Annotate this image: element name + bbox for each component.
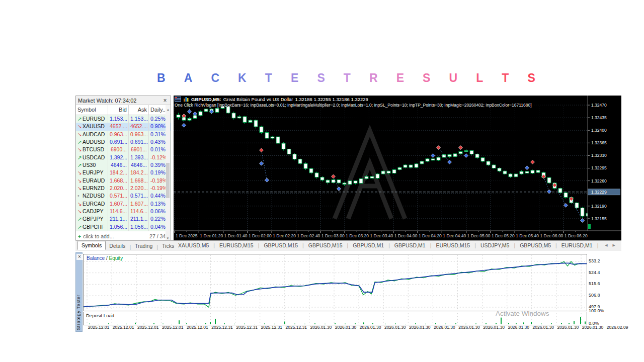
market-watch-row-eurnzd[interactable]: ↘EURNZD2.020...2.020...-0.19% bbox=[76, 185, 171, 192]
svg-text:1 Dec 06:00: 1 Dec 06:00 bbox=[540, 233, 564, 238]
tester-value-label: 533.2 bbox=[589, 258, 600, 263]
add-symbol-label[interactable]: click to add... bbox=[83, 233, 114, 239]
candlestick-chart[interactable]: 1.324701.324351.324001.323651.323301.322… bbox=[174, 96, 621, 240]
tester-date-label: 2026.01.30 bbox=[360, 325, 381, 330]
chart-tab-gbpusd-m15[interactable]: GBPUSD,M15 bbox=[304, 242, 347, 248]
scrollbar-thumb[interactable] bbox=[166, 163, 170, 198]
trend-icon: ↗ bbox=[77, 161, 83, 169]
scroll-up-icon[interactable]: ▲ bbox=[166, 105, 171, 115]
market-watch-row-nzdusd[interactable]: •NZDUSD0.571...0.571...0.44% bbox=[76, 192, 171, 200]
svg-text:1.32435: 1.32435 bbox=[591, 115, 607, 120]
trend-icon: ↗ bbox=[77, 154, 83, 161]
svg-text:1.32155: 1.32155 bbox=[591, 216, 607, 221]
tester-value-label: 524.4 bbox=[589, 270, 600, 275]
close-icon[interactable]: × bbox=[162, 97, 169, 104]
strategy-tester-sidebar[interactable]: × Strategy Tester bbox=[75, 252, 83, 332]
market-watch-scrollbar[interactable]: ▼ bbox=[166, 115, 170, 240]
title-letter: S bbox=[423, 70, 430, 85]
svg-text:1 Dec 04:40: 1 Dec 04:40 bbox=[443, 233, 466, 238]
market-watch-row-eurusd[interactable]: ↗EURUSD1.153...1.153...0.25% bbox=[76, 115, 171, 123]
market-watch-row-audcad[interactable]: ↘AUDCAD0.963...0.963...0.31% bbox=[76, 131, 171, 138]
market-watch-row-eurcad[interactable]: ↘EURCAD1.607...1.607...0.13% bbox=[76, 200, 171, 208]
grid-icon[interactable] bbox=[175, 97, 181, 102]
tester-date-label: 2025.12.01 bbox=[187, 325, 208, 330]
title-letter: R bbox=[369, 70, 378, 85]
svg-text:1 Dec 02:40: 1 Dec 02:40 bbox=[297, 233, 320, 238]
market-watch-row-cadjpy[interactable]: ↘CADJPY114.6...114.6...0.06% bbox=[76, 208, 171, 215]
page-title: BACKTESTRESULTS bbox=[157, 70, 535, 85]
tab-symbols[interactable]: Symbols bbox=[77, 241, 106, 250]
trend-icon: ↘ bbox=[77, 208, 83, 215]
svg-text:1 Dec 04:20: 1 Dec 04:20 bbox=[419, 233, 442, 238]
tester-date-label: 2025.12.31 bbox=[261, 325, 282, 330]
tester-value-label: 515.6 bbox=[589, 281, 600, 286]
svg-text:1.32400: 1.32400 bbox=[591, 128, 607, 133]
trend-icon: ↘ bbox=[77, 123, 83, 130]
market-watch-row-eurjpy[interactable]: ↘EURJPY184.2...184.2...0.19% bbox=[76, 169, 171, 176]
scroll-down-icon[interactable]: ▼ bbox=[166, 237, 170, 240]
market-watch-row-gbpjpy[interactable]: ↗GBPJPY211.1...211.1...0.22% bbox=[76, 215, 171, 223]
tab-trading[interactable]: Trading bbox=[131, 242, 156, 250]
market-watch-row-usdcad[interactable]: ↗USDCAD1.392...1.393...-0.12% bbox=[76, 154, 171, 161]
chart-tab-gbpusd-m1[interactable]: GBPUSD,M1 bbox=[349, 242, 388, 248]
title-letter: S bbox=[317, 70, 325, 85]
svg-text:1.32190: 1.32190 bbox=[591, 204, 607, 209]
trend-icon: • bbox=[77, 192, 83, 200]
chart-tab-xauusd-m5[interactable]: XAUUSD,M5 bbox=[174, 242, 213, 248]
column-header-ask[interactable]: Ask bbox=[129, 105, 149, 115]
tester-date-label: 2026.01.30 bbox=[335, 325, 357, 330]
close-icon[interactable]: × bbox=[76, 254, 83, 260]
trend-icon: ↘ bbox=[77, 131, 83, 138]
tester-date-label: 2026.01.30 bbox=[533, 325, 554, 330]
trend-icon: ↘ bbox=[77, 169, 83, 176]
chart-tab-gbpusd-m5[interactable]: GBPUSD,M5 bbox=[516, 242, 555, 248]
title-letter: S bbox=[527, 70, 535, 85]
title-letter: E bbox=[396, 70, 404, 85]
chart-icon[interactable] bbox=[183, 97, 189, 102]
tab-details[interactable]: Details bbox=[106, 242, 129, 250]
chart-tab-gbpusd-m1[interactable]: GBPUSD,M1 bbox=[390, 242, 430, 248]
strategy-tester-panel: × Strategy Tester Balance / Equity Depos… bbox=[75, 252, 621, 333]
chart-tab-usdjpy-m5[interactable]: USDJPY,M5 bbox=[476, 242, 514, 248]
chart-titlebar: GBPUSD,M5: Great Britain Pound vs US Dol… bbox=[174, 96, 621, 108]
chart-tab-eurusd-m15[interactable]: EURUSD,M15 bbox=[432, 242, 474, 248]
balance-equity-chart[interactable] bbox=[83, 254, 587, 311]
title-letter: B bbox=[157, 70, 166, 85]
trend-icon: ↘ bbox=[77, 177, 83, 185]
chart-tab-eurusd-m15[interactable]: EURUSD,M15 bbox=[215, 242, 258, 248]
column-header-bid[interactable]: Bid bbox=[108, 105, 129, 115]
chart-tab-eurusd-m1[interactable]: EURUSD,M1 bbox=[557, 242, 597, 248]
mt5-desktop: BACKTESTRESULTS Market Watch: 07:34:02 ×… bbox=[0, 0, 644, 362]
market-watch-row-xauusd[interactable]: ↘XAUUSD4652....4652....0.90% bbox=[76, 123, 171, 130]
market-watch-footer: + click to add... 27 / 349 bbox=[76, 231, 171, 241]
market-watch-row-euraud[interactable]: ↘EURAUD1.668...1.668...-0.18% bbox=[76, 177, 171, 185]
add-symbol-icon[interactable]: + bbox=[78, 233, 81, 239]
column-header-symbol[interactable]: Symbol bbox=[76, 105, 108, 115]
strategy-tester-label: Strategy Tester bbox=[75, 262, 83, 330]
svg-text:1 Dec 03:00: 1 Dec 03:00 bbox=[321, 233, 345, 238]
market-watch-title: Market Watch: 07:34:02 bbox=[78, 98, 162, 104]
tester-date-label: 2025.12.31 bbox=[211, 325, 233, 330]
tester-value-label: 506.8 bbox=[589, 293, 600, 298]
chart-symbol-label: GBPUSD,M5: bbox=[191, 97, 221, 102]
chart-symbol-description: Great Britain Pound vs US Dollar bbox=[223, 97, 293, 102]
market-watch-row-gbpchf[interactable]: ↗GBPCHF1.056...1.056...0.04% bbox=[76, 223, 171, 231]
svg-text:1.32295: 1.32295 bbox=[591, 165, 607, 170]
balance-equity-legend: Balance / Equity bbox=[87, 255, 123, 261]
tab-nav-arrows[interactable]: ◀ ▶ bbox=[601, 243, 621, 247]
deposit-load-chart[interactable] bbox=[83, 312, 587, 325]
market-watch-row-us30[interactable]: ↗US304646...4646...0.39% bbox=[76, 161, 171, 169]
svg-text:1 Dec 01:40: 1 Dec 01:40 bbox=[224, 233, 248, 238]
market-watch-row-audusd[interactable]: ↗AUDUSD0.691...0.691...0.43% bbox=[76, 138, 171, 146]
tester-date-label: 2026.01.30 bbox=[483, 325, 505, 330]
svg-text:1.32260: 1.32260 bbox=[591, 178, 607, 184]
market-watch-row-btcusd[interactable]: ↘BTCUSD6900...6901...0.01% bbox=[76, 146, 171, 153]
title-letter: U bbox=[449, 70, 457, 85]
market-watch-titlebar: Market Watch: 07:34:02 × bbox=[76, 96, 171, 105]
chart-panel[interactable]: 1.324701.324351.324001.323651.323301.322… bbox=[174, 96, 621, 240]
chart-tab-gbpusd-m15[interactable]: GBPUSD,M15 bbox=[260, 242, 302, 248]
svg-text:1.32229: 1.32229 bbox=[591, 190, 607, 195]
svg-text:1 Dec 03:20: 1 Dec 03:20 bbox=[346, 233, 369, 238]
legend-balance: Balance bbox=[87, 255, 105, 261]
column-header-daily[interactable]: Daily... bbox=[149, 105, 166, 115]
